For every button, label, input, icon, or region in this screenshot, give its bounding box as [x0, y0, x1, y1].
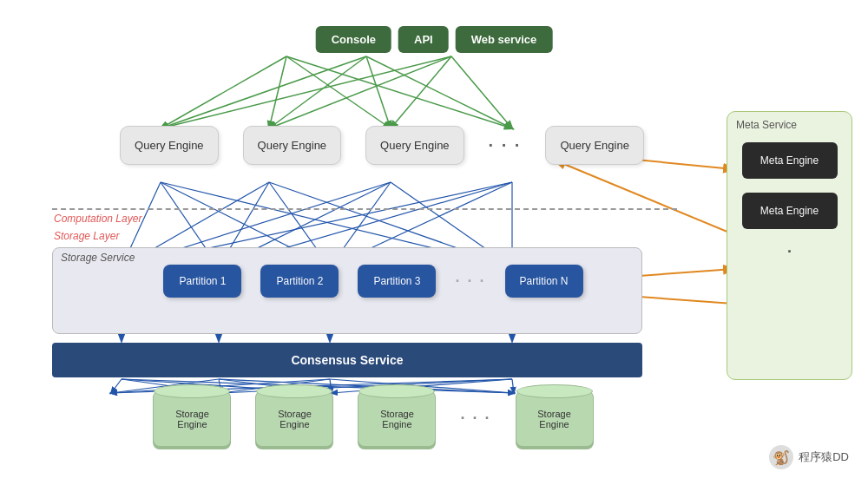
- storage-service-label: Storage Service: [61, 252, 135, 264]
- web-service-box: Web service: [456, 26, 553, 53]
- meta-engine-dots: ·: [787, 243, 792, 261]
- partition-2: Partition 2: [260, 265, 339, 298]
- meta-engine-1: Meta Engine: [742, 142, 838, 179]
- svg-line-10: [391, 56, 451, 128]
- dashed-separator: [52, 208, 677, 210]
- query-engine-2: Query Engine: [243, 126, 342, 165]
- partition-3: Partition 3: [358, 265, 436, 298]
- svg-line-8: [161, 56, 451, 128]
- console-box: Console: [316, 26, 391, 53]
- svg-line-3: [286, 56, 512, 128]
- svg-line-11: [451, 56, 512, 128]
- storage-engine-4: Storage Engine: [516, 390, 594, 447]
- consensus-service: Consensus Service: [52, 343, 642, 377]
- svg-line-1: [269, 56, 286, 128]
- api-box: API: [398, 26, 449, 53]
- meta-service-title: Meta Service: [736, 119, 797, 131]
- meta-engine-2: Meta Engine: [742, 193, 838, 229]
- partition-n: Partition N: [505, 265, 583, 298]
- watermark: 🐒 程序猿DD: [769, 445, 849, 469]
- storage-engines-row: Storage Engine Storage Engine Storage En…: [65, 390, 681, 447]
- partition-dots: · · ·: [455, 272, 485, 291]
- storage-engine-3: Storage Engine: [358, 390, 436, 447]
- query-engine-3: Query Engine: [365, 126, 464, 165]
- storage-engine-cylinder-4: Storage Engine: [516, 390, 594, 447]
- svg-line-49: [556, 161, 733, 234]
- storage-engine-cylinder-3: Storage Engine: [358, 390, 436, 447]
- query-engine-dots: · · ·: [489, 135, 522, 155]
- svg-line-2: [286, 56, 391, 128]
- query-engines-row: Query Engine Query Engine Query Engine ·…: [87, 126, 677, 165]
- storage-layer-label: Storage Layer: [54, 230, 119, 242]
- svg-line-5: [269, 56, 366, 128]
- partitions-row: Partition 1 Partition 2 Partition 3 · · …: [65, 265, 681, 298]
- storage-engine-cylinder-2: Storage Engine: [255, 390, 333, 447]
- svg-line-0: [161, 56, 286, 128]
- storage-engine-cylinder-1: Storage Engine: [153, 390, 231, 447]
- storage-engine-2: Storage Engine: [255, 390, 333, 447]
- computation-layer-label: Computation Layer: [54, 213, 141, 225]
- svg-line-6: [366, 56, 391, 128]
- svg-line-4: [161, 56, 366, 128]
- storage-engine-1: Storage Engine: [153, 390, 231, 447]
- partition-1: Partition 1: [163, 265, 241, 298]
- meta-service-area: Meta Service Meta Engine Meta Engine ·: [727, 111, 852, 380]
- storage-engine-dots: · · ·: [460, 410, 490, 428]
- watermark-text: 程序猿DD: [799, 449, 849, 465]
- svg-line-9: [269, 56, 451, 128]
- query-engine-1: Query Engine: [120, 126, 219, 165]
- diagram-container: Console API Web service Computation Laye…: [0, 0, 868, 485]
- top-services-container: Console API Web service: [316, 26, 553, 53]
- svg-line-7: [366, 56, 512, 128]
- watermark-icon: 🐒: [769, 445, 793, 469]
- query-engine-4: Query Engine: [545, 126, 644, 165]
